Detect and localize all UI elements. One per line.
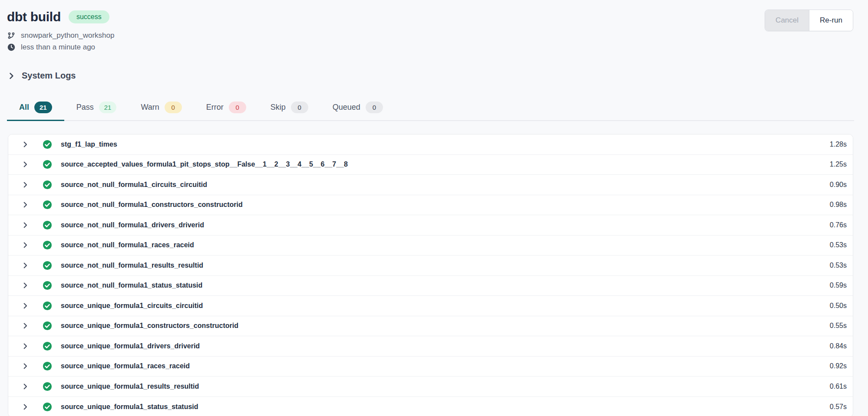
result-row[interactable]: source_not_null_formula1_drivers_driveri…: [8, 215, 853, 236]
result-name: source_unique_formula1_drivers_driverid: [61, 342, 830, 350]
result-filter-tabs: All 21 Pass 21 Warn 0 Error 0 Skip 0 Que…: [7, 96, 854, 121]
chevron-right-icon: [7, 72, 16, 80]
expand-chevron-icon[interactable]: [20, 219, 31, 231]
result-name: source_not_null_formula1_constructors_co…: [61, 201, 830, 209]
run-detail-page: dbt build success snowpark_python_worksh…: [0, 0, 868, 416]
page-title: dbt build: [7, 10, 61, 24]
tab-count-badge: 21: [99, 102, 117, 113]
result-name: source_unique_formula1_circuits_circuiti…: [61, 302, 830, 310]
result-duration: 1.28s: [830, 141, 847, 148]
tab-label: Queued: [333, 103, 360, 112]
check-circle-icon: [43, 240, 52, 250]
result-name: source_unique_formula1_results_resultid: [61, 383, 830, 390]
expand-chevron-icon[interactable]: [20, 260, 31, 271]
check-circle-icon: [43, 160, 52, 169]
expand-chevron-icon[interactable]: [20, 139, 31, 150]
check-circle-icon: [43, 361, 52, 371]
result-name: stg_f1_lap_times: [61, 141, 830, 148]
check-circle-icon: [43, 220, 52, 230]
run-actions: Cancel Re-run: [765, 10, 853, 31]
result-row[interactable]: source_not_null_formula1_circuits_circui…: [8, 175, 853, 195]
tab-warn[interactable]: Warn 0: [129, 96, 194, 120]
result-duration: 1.25s: [830, 161, 847, 168]
check-circle-icon: [43, 301, 52, 311]
run-header: dbt build success snowpark_python_worksh…: [0, 0, 868, 52]
result-duration: 0.61s: [830, 383, 847, 390]
result-duration: 0.57s: [830, 403, 847, 411]
result-row[interactable]: source_accepted_values_formula1_pit_stop…: [8, 155, 853, 175]
expand-chevron-icon[interactable]: [20, 320, 31, 331]
git-branch-icon: [7, 31, 16, 40]
result-duration: 0.90s: [830, 181, 847, 189]
status-badge: success: [69, 10, 109, 23]
result-row[interactable]: source_not_null_formula1_results_resulti…: [8, 255, 853, 276]
result-name: source_accepted_values_formula1_pit_stop…: [61, 161, 830, 168]
result-row[interactable]: source_unique_formula1_drivers_driverid …: [8, 336, 853, 357]
check-circle-icon: [43, 321, 52, 331]
result-duration: 0.98s: [830, 201, 847, 209]
system-logs-label: System Logs: [22, 71, 76, 81]
result-duration: 0.53s: [830, 241, 847, 249]
result-row[interactable]: source_unique_formula1_constructors_cons…: [8, 316, 853, 337]
clock-icon: [7, 43, 16, 52]
result-row[interactable]: source_unique_formula1_status_statusid 0…: [8, 397, 853, 416]
expand-chevron-icon[interactable]: [20, 179, 31, 190]
result-duration: 0.59s: [830, 282, 847, 289]
cancel-button[interactable]: Cancel: [765, 10, 809, 31]
check-circle-icon: [43, 180, 52, 190]
expand-chevron-icon[interactable]: [20, 401, 31, 413]
result-name: source_unique_formula1_status_statusid: [61, 403, 830, 411]
expand-chevron-icon[interactable]: [20, 381, 31, 392]
branch-row: snowpark_python_workshop: [7, 31, 853, 40]
tab-skip[interactable]: Skip 0: [258, 96, 320, 120]
result-duration: 0.84s: [830, 342, 847, 350]
result-name: source_not_null_formula1_status_statusid: [61, 282, 830, 289]
result-row[interactable]: source_not_null_formula1_races_raceid 0.…: [8, 236, 853, 256]
expand-chevron-icon[interactable]: [20, 199, 31, 210]
check-circle-icon: [43, 402, 52, 412]
check-circle-icon: [43, 261, 52, 270]
tab-label: Skip: [271, 103, 286, 112]
tab-label: Warn: [141, 103, 159, 112]
expand-chevron-icon[interactable]: [20, 280, 31, 291]
result-row[interactable]: source_not_null_formula1_status_statusid…: [8, 276, 853, 296]
tab-count-badge: 0: [165, 102, 182, 113]
result-name: source_not_null_formula1_races_raceid: [61, 241, 830, 249]
result-name: source_unique_formula1_constructors_cons…: [61, 322, 830, 330]
result-row[interactable]: source_unique_formula1_circuits_circuiti…: [8, 296, 853, 316]
time-row: less than a minute ago: [7, 43, 853, 52]
tab-count-badge: 0: [229, 102, 246, 113]
tab-error[interactable]: Error 0: [194, 96, 258, 120]
result-row[interactable]: source_not_null_formula1_constructors_co…: [8, 195, 853, 216]
system-logs-toggle[interactable]: System Logs: [7, 71, 868, 81]
tab-count-badge: 21: [34, 102, 52, 113]
result-duration: 0.50s: [830, 302, 847, 310]
result-name: source_not_null_formula1_circuits_circui…: [61, 181, 830, 189]
result-duration: 0.53s: [830, 262, 847, 269]
expand-chevron-icon[interactable]: [20, 360, 31, 372]
result-row[interactable]: source_unique_formula1_races_raceid 0.92…: [8, 357, 853, 377]
tab-count-badge: 0: [291, 102, 308, 113]
expand-chevron-icon[interactable]: [20, 341, 31, 352]
result-name: source_not_null_formula1_drivers_driveri…: [61, 221, 830, 229]
branch-name: snowpark_python_workshop: [21, 31, 114, 40]
result-name: source_not_null_formula1_results_resulti…: [61, 262, 830, 269]
rerun-button[interactable]: Re-run: [809, 10, 853, 31]
expand-chevron-icon[interactable]: [20, 300, 31, 311]
tab-label: Error: [206, 103, 224, 112]
check-circle-icon: [43, 382, 52, 391]
tab-queued[interactable]: Queued 0: [320, 96, 395, 120]
time-ago: less than a minute ago: [21, 43, 95, 52]
results-list: stg_f1_lap_times 1.28s source_accepted_v…: [8, 134, 853, 416]
tab-all[interactable]: All 21: [7, 96, 64, 120]
check-circle-icon: [43, 140, 52, 149]
result-row[interactable]: source_unique_formula1_results_resultid …: [8, 377, 853, 397]
result-duration: 0.92s: [830, 362, 847, 370]
tab-pass[interactable]: Pass 21: [64, 96, 129, 120]
check-circle-icon: [43, 281, 52, 290]
expand-chevron-icon[interactable]: [20, 239, 31, 251]
result-duration: 0.76s: [830, 221, 847, 229]
tab-label: All: [19, 103, 29, 112]
result-row[interactable]: stg_f1_lap_times 1.28s: [8, 134, 853, 155]
expand-chevron-icon[interactable]: [20, 159, 31, 170]
